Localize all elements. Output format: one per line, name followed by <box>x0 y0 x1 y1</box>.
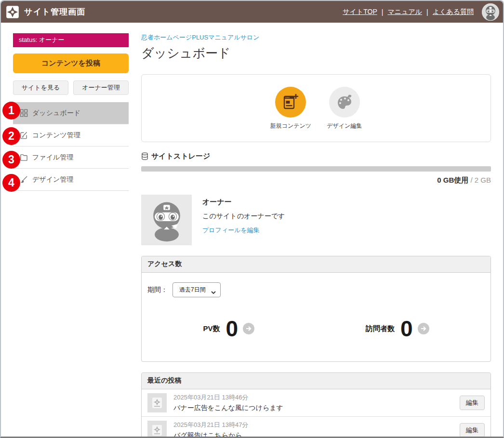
owner-avatar <box>141 195 192 245</box>
edit-post-button[interactable]: 編集 <box>460 423 485 438</box>
owner-admin-button[interactable]: オーナー管理 <box>73 80 129 95</box>
recent-posts-title: 最近の投稿 <box>142 373 491 389</box>
storage-section: サイトストレージ 0 GB使用 / 2 GB <box>141 152 491 185</box>
access-panel: アクセス数 期間： 過去7日間 PV数 <box>141 256 491 362</box>
sidebar-item-contents[interactable]: コンテンツ管理 <box>13 124 129 146</box>
post-title: バナー広告をこんな風につけらます <box>173 404 460 412</box>
post-content-button[interactable]: コンテンツを投稿 <box>13 53 129 73</box>
chevron-down-icon <box>211 289 216 295</box>
breadcrumb[interactable]: 忍者ホームページPLUSマニュアルサロン <box>141 33 491 42</box>
period-select[interactable]: 過去7日間 <box>172 282 221 297</box>
main-content: 忍者ホームページPLUSマニュアルサロン ダッシュボード <box>141 33 491 438</box>
user-avatar-icon[interactable] <box>482 3 499 21</box>
top-header: サイト管理画面 サイトTOP | マニュアル | よくある質問 <box>1 1 503 23</box>
link-manual[interactable]: マニュアル <box>387 8 422 16</box>
sidebar-item-dashboard[interactable]: ダッシュボード <box>13 102 129 124</box>
annotation-badge-1: 1 <box>2 102 20 119</box>
design-edit-icon <box>329 87 360 118</box>
access-panel-body: 期間： 過去7日間 PV数 0 <box>142 273 491 361</box>
visitors-label: 訪問者数 <box>366 324 395 333</box>
link-separator: | <box>426 8 428 16</box>
sidebar-item-design[interactable]: デザイン管理 <box>13 169 129 191</box>
brush-icon <box>20 175 28 184</box>
post-row: 2025年03月21日 13時46分 バナー広告をこんな風につけらます 編集 <box>142 389 491 417</box>
annotation-badge-4: 4 <box>2 174 20 192</box>
pv-value: 0 <box>225 318 238 340</box>
folder-icon <box>20 153 28 161</box>
header-links: サイトTOP | マニュアル | よくある質問 <box>343 3 499 21</box>
period-row: 期間： 過去7日間 <box>147 282 485 297</box>
pv-stat: PV数 0 <box>203 318 254 340</box>
storage-title: サイトストレージ <box>151 152 210 161</box>
post-info: 2025年03月21日 13時46分 バナー広告をこんな風につけらます <box>173 393 460 412</box>
edit-icon <box>20 131 28 139</box>
quick-action-label: デザイン編集 <box>327 122 362 130</box>
profile-description: このサイトのオーナーです <box>202 212 285 221</box>
post-thumbnail <box>147 393 167 412</box>
post-date: 2025年03月21日 13時46分 <box>173 393 460 402</box>
page-title: ダッシュボード <box>141 45 491 62</box>
period-label: 期間： <box>147 286 168 294</box>
pv-label: PV数 <box>203 324 220 333</box>
sidebar-item-label: ダッシュボード <box>32 109 80 118</box>
visitors-stat: 訪問者数 0 <box>366 318 429 340</box>
visitors-detail-arrow-icon[interactable] <box>418 323 429 334</box>
pv-detail-arrow-icon[interactable] <box>243 323 254 334</box>
post-date: 2025年03月21日 13時47分 <box>173 421 460 429</box>
post-title: バグ報告はこちらから <box>173 431 460 438</box>
quick-action-label: 新規コンテンツ <box>270 122 311 130</box>
annotation-badge-3: 3 <box>2 151 20 169</box>
sidebar: status: オーナー コンテンツを投稿 サイトを見る オーナー管理 ダッシュ… <box>13 33 129 438</box>
storage-progressbar <box>141 166 491 172</box>
admin-window: サイト管理画面 サイトTOP | マニュアル | よくある質問 <box>0 0 504 438</box>
dashboard-icon <box>20 109 28 117</box>
design-edit-action[interactable]: デザイン編集 <box>327 87 362 130</box>
ninja-logo-icon <box>6 5 19 19</box>
app-title: サイト管理画面 <box>24 6 85 17</box>
sidebar-item-label: ファイル管理 <box>32 153 73 162</box>
quick-actions-card: 新規コンテンツ デザイン編集 <box>141 74 491 142</box>
access-stats-row: PV数 0 訪問者数 0 <box>147 318 485 340</box>
link-faq[interactable]: よくある質問 <box>433 8 474 16</box>
sidebar-menu: ダッシュボード コンテンツ管理 <box>13 102 129 191</box>
profile-info: オーナー このサイトのオーナーです プロフィールを編集 <box>202 195 285 245</box>
view-site-button[interactable]: サイトを見る <box>13 80 68 95</box>
edit-profile-link[interactable]: プロフィールを編集 <box>202 226 260 235</box>
sidebar-item-label: デザイン管理 <box>32 175 73 184</box>
profile-name: オーナー <box>202 198 285 207</box>
access-panel-title: アクセス数 <box>142 256 491 273</box>
page-body: status: オーナー コンテンツを投稿 サイトを見る オーナー管理 ダッシュ… <box>1 23 503 438</box>
new-content-icon <box>275 87 306 118</box>
recent-posts-panel: 最近の投稿 2025年03月21日 13時46分 バナー広告をこんな風につけらま… <box>141 372 491 438</box>
storage-total: / 2 GB <box>470 176 491 184</box>
edit-post-button[interactable]: 編集 <box>460 396 485 410</box>
owner-profile: オーナー このサイトのオーナーです プロフィールを編集 <box>141 195 491 245</box>
new-content-action[interactable]: 新規コンテンツ <box>270 87 311 130</box>
status-badge: status: オーナー <box>13 33 129 47</box>
storage-usage-text: 0 GB使用 / 2 GB <box>141 176 491 185</box>
sidebar-item-files[interactable]: ファイル管理 <box>13 146 129 169</box>
visitors-value: 0 <box>400 318 413 340</box>
database-icon <box>141 152 148 160</box>
post-row: 2025年03月21日 13時47分 バグ報告はこちらから 編集 <box>142 417 491 438</box>
period-select-value: 過去7日間 <box>179 286 206 294</box>
storage-used: 0 GB使用 <box>437 176 468 184</box>
sidebar-button-row: サイトを見る オーナー管理 <box>13 80 129 95</box>
link-separator: | <box>382 8 384 16</box>
annotation-badge-2: 2 <box>2 127 20 145</box>
post-thumbnail <box>147 421 167 438</box>
post-info: 2025年03月21日 13時47分 バグ報告はこちらから <box>173 421 460 438</box>
storage-title-row: サイトストレージ <box>141 152 491 161</box>
sidebar-item-label: コンテンツ管理 <box>32 131 80 140</box>
link-site-top[interactable]: サイトTOP <box>343 8 377 16</box>
